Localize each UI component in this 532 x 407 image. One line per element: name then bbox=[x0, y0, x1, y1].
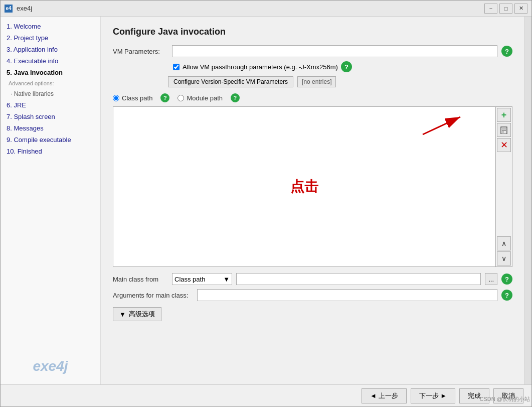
advanced-btn-label: 高级选项 bbox=[129, 310, 155, 319]
content-area: Configure Java invocation VM Parameters:… bbox=[101, 17, 524, 384]
close-button[interactable]: ✕ bbox=[514, 4, 527, 14]
edit-entry-button[interactable] bbox=[497, 123, 511, 137]
main-class-help-button[interactable]: ? bbox=[501, 274, 512, 285]
modulepath-help-button[interactable]: ? bbox=[231, 93, 240, 102]
arrow-annotation bbox=[418, 112, 468, 137]
main-window: e4 exe4j − □ ✕ 1. Welcome 2. Project typ… bbox=[0, 0, 532, 407]
configure-vm-row: Configure Version-Specific VM Parameters… bbox=[168, 76, 512, 87]
modulepath-radio-option[interactable]: Module path bbox=[178, 94, 223, 102]
prev-button[interactable]: ◄ 上一步 bbox=[362, 388, 406, 403]
list-box-content: 点击 bbox=[113, 107, 495, 266]
args-help-button[interactable]: ? bbox=[501, 290, 512, 301]
main-class-from-label: Main class from bbox=[113, 276, 168, 283]
advanced-options-button[interactable]: ▼ 高级选项 bbox=[113, 307, 161, 321]
sidebar-item-project-type[interactable]: 2. Project type bbox=[1, 32, 100, 44]
classpath-radio[interactable] bbox=[113, 95, 119, 101]
title-bar: e4 exe4j − □ ✕ bbox=[1, 1, 531, 17]
classpath-list[interactable]: 点击 bbox=[113, 106, 496, 267]
no-entries-label: [no entries] bbox=[297, 76, 336, 87]
edit-icon bbox=[500, 126, 508, 134]
main-class-dropdown[interactable]: Class path ▼ bbox=[172, 273, 232, 285]
classpath-help-button[interactable]: ? bbox=[160, 93, 169, 102]
watermark: CSDN @长明的小站 bbox=[480, 395, 530, 403]
sidebar: 1. Welcome 2. Project type 3. Applicatio… bbox=[1, 17, 101, 384]
vm-checkbox-row: Allow VM passthrough parameters (e.g. -J… bbox=[173, 61, 512, 72]
args-label: Arguments for main class: bbox=[113, 292, 193, 299]
window-controls: − □ ✕ bbox=[484, 4, 527, 14]
args-input[interactable] bbox=[197, 289, 497, 301]
remove-entry-button[interactable]: ✕ bbox=[497, 138, 511, 152]
add-entry-button[interactable]: + bbox=[497, 108, 511, 122]
sidebar-item-messages[interactable]: 8. Messages bbox=[1, 122, 100, 134]
sidebar-item-exec-info[interactable]: 4. Executable info bbox=[1, 55, 100, 67]
sidebar-advanced-header: Advanced options: bbox=[1, 78, 100, 88]
move-down-button[interactable]: ∨ bbox=[497, 251, 511, 265]
click-annotation: 点击 bbox=[290, 177, 318, 196]
vm-checkbox-help-button[interactable]: ? bbox=[341, 61, 352, 72]
args-row: Arguments for main class: ? bbox=[113, 289, 512, 301]
vm-checkbox-label[interactable]: Allow VM passthrough parameters (e.g. -J… bbox=[183, 63, 338, 71]
window-title: exe4j bbox=[17, 5, 484, 12]
modulepath-label: Module path bbox=[187, 94, 223, 102]
sidebar-item-finished[interactable]: 10. Finished bbox=[1, 146, 100, 157]
vm-passthrough-checkbox[interactable] bbox=[173, 64, 180, 70]
spacer bbox=[497, 153, 511, 235]
main-content: 1. Welcome 2. Project type 3. Applicatio… bbox=[1, 17, 531, 384]
page-title: Configure Java invocation bbox=[113, 27, 512, 37]
sidebar-item-compile[interactable]: 9. Compile executable bbox=[1, 134, 100, 146]
sidebar-item-app-info[interactable]: 3. Application info bbox=[1, 44, 100, 55]
app-icon: e4 bbox=[5, 5, 13, 13]
classpath-label: Class path bbox=[122, 94, 152, 102]
vm-params-row: VM Parameters: ? bbox=[113, 45, 512, 57]
main-class-input[interactable] bbox=[236, 273, 481, 285]
side-strip bbox=[524, 17, 531, 384]
advanced-section: ▼ 高级选项 bbox=[113, 307, 512, 321]
modulepath-radio[interactable] bbox=[178, 95, 184, 101]
svg-line-1 bbox=[423, 117, 460, 134]
dropdown-triangle-icon: ▼ bbox=[119, 311, 126, 318]
list-action-buttons: + ✕ ∧ ∨ bbox=[496, 106, 512, 267]
main-class-row: Main class from Class path ▼ ... ? bbox=[113, 273, 512, 285]
configure-vm-button[interactable]: Configure Version-Specific VM Parameters bbox=[168, 76, 293, 87]
sidebar-item-splash[interactable]: 7. Splash screen bbox=[1, 111, 100, 122]
dropdown-arrow-icon: ▼ bbox=[223, 276, 230, 283]
radio-tabs: Class path ? Module path ? bbox=[113, 93, 512, 102]
sidebar-logo: exe4j bbox=[33, 358, 68, 374]
classpath-radio-option[interactable]: Class path bbox=[113, 94, 152, 102]
minimize-button[interactable]: − bbox=[484, 4, 497, 14]
browse-main-class-button[interactable]: ... bbox=[485, 273, 497, 285]
sidebar-item-native-libs[interactable]: · Native libraries bbox=[1, 88, 100, 99]
move-up-button[interactable]: ∧ bbox=[497, 236, 511, 250]
vm-params-help-button[interactable]: ? bbox=[501, 46, 512, 57]
sidebar-item-java-invocation[interactable]: 5. Java invocation bbox=[1, 67, 100, 78]
next-button[interactable]: 下一步 ► bbox=[411, 388, 455, 403]
sidebar-item-jre[interactable]: 6. JRE bbox=[1, 99, 100, 111]
main-class-dropdown-value: Class path bbox=[174, 276, 205, 283]
vm-params-label: VM Parameters: bbox=[113, 48, 168, 55]
maximize-button[interactable]: □ bbox=[499, 4, 512, 14]
footer: ◄ 上一步 下一步 ► 完成 取消 CSDN @长明的小站 bbox=[1, 384, 531, 406]
list-container: 点击 + ✕ ∧ ∨ bbox=[113, 106, 512, 267]
vm-params-input[interactable] bbox=[172, 45, 497, 57]
sidebar-item-welcome[interactable]: 1. Welcome bbox=[1, 21, 100, 32]
